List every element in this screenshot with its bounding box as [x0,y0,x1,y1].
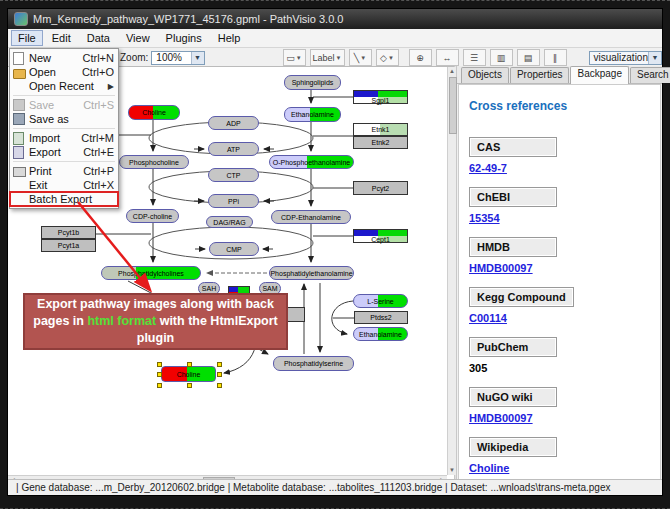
node-adp[interactable]: ADP [208,116,259,130]
menu-file[interactable]: File [11,30,43,46]
file-menu-item-new[interactable]: NewCtrl+N [10,51,118,65]
selection-handle[interactable] [217,383,222,388]
menu-view[interactable]: View [119,30,157,46]
selection-handle[interactable] [157,383,162,388]
node-sphingolipids[interactable]: Sphingolipids [284,75,341,90]
chevron-down-icon[interactable]: ▼ [360,55,366,61]
layout-button[interactable]: ∥ [544,49,567,66]
node-ctp[interactable]: CTP [208,168,259,182]
file-menu-item-exit[interactable]: ExitCtrl+X [10,178,118,192]
scroll-up-icon[interactable]: ▲ [448,67,456,76]
distribute-vertical-button[interactable]: ▥ [490,49,513,66]
add-label-button[interactable]: Label▼ [310,49,345,66]
menu-plugins[interactable]: Plugins [159,30,209,46]
tab-objects[interactable]: Objects [461,67,509,83]
file-menu-item-open[interactable]: OpenCtrl+O [10,65,118,79]
node-label: PPi [228,198,239,205]
selection-handle[interactable] [157,362,162,367]
file-menu-item-open-recent[interactable]: Open Recent▶ [10,79,118,93]
node-label: CTP [227,172,241,179]
menu-item-label: Print [29,165,52,177]
chevron-down-icon[interactable]: ▼ [191,52,204,64]
node-phosphatidylethanolamine[interactable]: Phosphatidylethanolamine [269,266,354,280]
node-label: Choline [142,109,166,116]
file-menu-item-batch-export[interactable]: Batch Export [10,192,118,206]
selection-handle[interactable] [187,383,192,388]
visualization-combo[interactable]: visualization ▼ [589,51,662,65]
menu-data[interactable]: Data [80,30,117,46]
chevron-down-icon[interactable]: ▼ [296,55,302,61]
chevron-down-icon[interactable]: ▼ [336,55,342,61]
xref-value[interactable]: HMDB00097 [469,262,650,274]
align-center-x-button[interactable]: ⊕ [409,49,432,66]
menu-help[interactable]: Help [211,30,248,46]
new-page-icon [13,52,25,64]
xref-value[interactable]: 62-49-7 [469,162,650,174]
node-sgpl1[interactable]: Sgpl1 [353,90,408,104]
scroll-down-icon[interactable]: ▼ [448,466,456,475]
xref-section-hmdb: HMDBHMDB00097 [469,237,650,274]
xref-value[interactable]: C00114 [469,312,650,324]
file-menu-item-print[interactable]: PrintCtrl+P [10,164,118,178]
node-cdp-choline[interactable]: CDP-choline [126,209,179,223]
node-ethanolamine[interactable]: Ethanolamine [284,107,341,122]
xref-value[interactable]: 15354 [469,212,650,224]
side-panel: ObjectsPropertiesBackpageSearchLegend Cr… [457,66,662,480]
node-pcyt1a[interactable]: Pcyt1a [41,239,96,252]
file-menu-item-import[interactable]: ImportCtrl+M [10,131,118,145]
callout-segment: with the HtmlExport plugin [137,314,278,345]
xref-value[interactable]: HMDB00097 [469,412,650,424]
tab-search[interactable]: Search [630,67,670,83]
node-phosphatidylserine[interactable]: Phosphatidylserine [273,356,354,371]
zoom-combo[interactable]: 100% ▼ [151,51,204,65]
node-phosphatidylcholines[interactable]: Phosphatidylcholines [101,266,201,280]
menu-edit[interactable]: Edit [45,30,78,46]
node-ethanolamine[interactable]: Ethanolamine [353,327,408,341]
node-etnk2[interactable]: Etnk2 [353,136,408,149]
node-label: CDP-Ethanolamine [281,214,341,221]
add-shape-button[interactable]: ◇▼ [376,49,399,66]
selection-handle[interactable] [217,372,222,377]
selection-handle[interactable] [187,362,192,367]
node-dag-rag[interactable]: DAG/RAG [206,216,253,228]
file-menu-item-save-as[interactable]: Save as [10,112,118,126]
menu-separator [13,128,115,129]
selection-handle[interactable] [157,372,162,377]
align-center-y-button[interactable]: ↔ [436,49,459,66]
node-choline[interactable]: Choline [128,105,180,120]
node-phosphocholine[interactable]: Phosphocholine [119,155,189,169]
distribute-horizontal-button[interactable]: ☰ [463,49,486,66]
node-o-phosphoethanolamine[interactable]: O-Phosphoethanolamine [269,155,354,169]
xref-value[interactable]: Choline [469,462,650,474]
chevron-down-icon[interactable]: ▼ [648,52,661,64]
tab-backpage[interactable]: Backpage [570,66,628,84]
add-datanode-button[interactable]: ▭▼ [283,49,306,66]
tab-properties[interactable]: Properties [510,67,570,83]
node-label: O-Phosphoethanolamine [273,159,350,166]
menu-item-label: Open [29,66,56,78]
node-pcyt1b[interactable]: Pcyt1b [41,226,96,239]
add-line-button[interactable]: ╲▼ [349,49,372,66]
node-ptdss2[interactable]: Ptdss2 [354,311,408,324]
blank-icon [13,193,25,205]
node-cdp-ethanolamine[interactable]: CDP-Ethanolamine [271,210,351,224]
backpage-panel[interactable]: Cross references CAS62-49-7ChEBI15354HMD… [458,84,661,480]
titlebar[interactable]: Mm_Kennedy_pathway_WP1771_45176.gpml - P… [8,9,662,29]
vertical-scroll-thumb[interactable] [449,77,457,134]
node-etnk1[interactable]: Etnk1 [353,123,408,136]
node-atp[interactable]: ATP [208,142,259,156]
node-ppi[interactable]: PPi [208,194,259,208]
node-label: ADP [226,120,240,127]
stack-button[interactable]: ▤ [517,49,540,66]
canvas-vertical-scrollbar[interactable]: ▲ ▼ [447,67,456,475]
xref-header: CAS [469,137,557,157]
chevron-down-icon[interactable]: ▼ [388,55,394,61]
distribute-horizontal-icon: ☰ [470,53,478,63]
node-cept1[interactable]: Cept1 [353,229,408,243]
node-pcyt2[interactable]: Pcyt2 [353,181,408,195]
node-choline[interactable]: Choline [161,366,216,382]
node-l-serine[interactable]: L-Serine [353,294,408,308]
node-cmp[interactable]: CMP [209,242,259,256]
selection-handle[interactable] [217,362,222,367]
file-menu-item-export[interactable]: ExportCtrl+E [10,145,118,159]
